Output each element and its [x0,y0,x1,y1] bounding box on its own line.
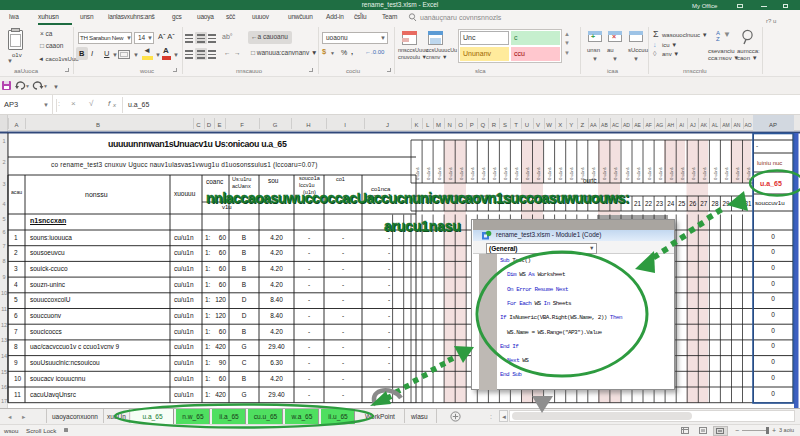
svg-text:31: 31 [744,200,752,207]
svg-text:0: 0 [771,233,775,240]
svg-text:0 u1nš: 0 u1nš [426,167,431,180]
svg-text:0 u1nš: 0 u1nš [525,167,530,180]
svg-text:22: 22 [645,200,653,207]
svg-text:0 u1nš: 0 u1nš [602,167,607,180]
svg-text:0: 0 [771,311,775,318]
svg-text:0: 0 [771,358,775,365]
svg-text:30: 30 [733,200,741,207]
svg-text:27: 27 [700,200,708,207]
svg-text:0 u1nš: 0 u1nš [647,167,652,180]
svg-text:0: 0 [771,248,775,255]
svg-text:26: 26 [689,200,697,207]
svg-text:0 u1nš: 0 u1nš [547,167,552,180]
svg-text:29: 29 [722,200,730,207]
svg-text:0 u1nš: 0 u1nš [448,167,453,180]
svg-text:0: 0 [771,327,775,334]
svg-text:0 u1nš: 0 u1nš [636,167,641,180]
svg-text:0 u1nš: 0 u1nš [536,167,541,180]
svg-text:0 u1nš: 0 u1nš [459,167,464,180]
svg-text:0: 0 [771,390,775,397]
svg-text:23: 23 [656,200,664,207]
svg-text:0 u1nš: 0 u1nš [470,167,475,180]
svg-text:0 u1nš: 0 u1nš [691,167,696,180]
svg-text:0 u1nš: 0 u1nš [481,167,486,180]
svg-text:21: 21 [634,200,642,207]
svg-text:25: 25 [678,200,686,207]
svg-text:0 u1nš: 0 u1nš [415,167,420,180]
svg-text:24: 24 [667,200,675,207]
svg-text:0 u1nš: 0 u1nš [724,167,729,180]
svg-text:0: 0 [771,295,775,302]
svg-text:0: 0 [771,280,775,287]
svg-text:0 u1nš: 0 u1nš [746,167,751,180]
svg-text:28: 28 [711,200,719,207]
svg-text:0 u1nš: 0 u1nš [569,167,574,180]
svg-text:0 u1nš: 0 u1nš [680,167,685,180]
svg-text:0 u1nš: 0 u1nš [503,167,508,180]
svg-text:0 u1nš: 0 u1nš [669,167,674,180]
svg-text:0 u1nš: 0 u1nš [613,167,618,180]
svg-text:0 u1nš: 0 u1nš [558,167,563,180]
svg-text:0 u1nš: 0 u1nš [702,167,707,180]
svg-text:0: 0 [771,342,775,349]
svg-text:0 u1nš: 0 u1nš [437,167,442,180]
svg-text:0 u1nš: 0 u1nš [514,167,519,180]
svg-text:0 u1nš: 0 u1nš [658,167,663,180]
svg-text:0 u1nš: 0 u1nš [735,167,740,180]
svg-text:0 u1nš: 0 u1nš [492,167,497,180]
svg-text:0: 0 [771,374,775,381]
svg-text:0: 0 [771,264,775,271]
svg-text:0 u1nš: 0 u1nš [625,167,630,180]
svg-text:0 u1nš: 0 u1nš [713,167,718,180]
